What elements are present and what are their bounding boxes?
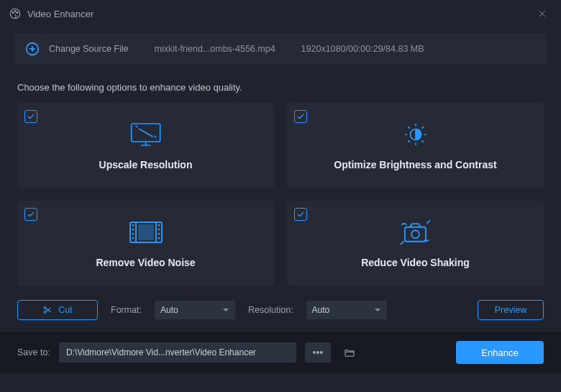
card-label: Reduce Video Shaking <box>361 257 470 268</box>
open-folder-button[interactable] <box>339 342 360 363</box>
enhance-button[interactable]: Enhance <box>456 341 544 364</box>
source-filename: mixkit-friend...ombs-4556.mp4 <box>154 44 275 54</box>
options-grid: Upscale Resolution Optimize Brightness a… <box>0 103 561 286</box>
resolution-select[interactable]: Auto <box>306 301 387 319</box>
svg-rect-8 <box>139 225 153 240</box>
monitor-upscale-icon <box>127 120 165 149</box>
hint-text: Choose the following options to enhance … <box>0 65 561 103</box>
resolution-label: Resolution: <box>248 305 293 315</box>
checkbox-shaking[interactable] <box>294 208 307 221</box>
close-button[interactable] <box>532 4 552 24</box>
scissors-icon <box>42 305 53 315</box>
resolution-value: Auto <box>312 305 330 315</box>
camera-shake-icon <box>397 218 434 247</box>
palette-icon <box>9 7 22 20</box>
svg-rect-9 <box>405 227 426 242</box>
card-upscale-resolution[interactable]: Upscale Resolution <box>17 103 274 188</box>
cut-button[interactable]: Cut <box>17 300 98 320</box>
brightness-icon <box>401 120 430 149</box>
checkbox-noise[interactable] <box>24 208 37 221</box>
folder-open-icon <box>344 347 355 358</box>
checkbox-upscale[interactable] <box>24 110 37 123</box>
checkbox-brightness[interactable] <box>294 110 307 123</box>
svg-point-1 <box>12 12 14 14</box>
film-noise-icon <box>126 218 166 247</box>
app-title: Video Enhancer <box>27 9 94 19</box>
svg-point-2 <box>14 11 16 12</box>
svg-point-3 <box>17 12 18 14</box>
source-row: Change Source File mixkit-friend...ombs-… <box>14 33 547 65</box>
change-source-button[interactable]: Change Source File <box>49 44 128 54</box>
titlebar: Video Enhancer <box>0 0 561 27</box>
save-to-label: Save to: <box>17 347 50 357</box>
card-label: Upscale Resolution <box>99 159 193 170</box>
format-value: Auto <box>160 305 178 315</box>
cut-label: Cut <box>58 305 72 315</box>
chevron-down-icon <box>222 306 229 314</box>
card-label: Optimize Brightness and Contrast <box>334 159 496 170</box>
card-label: Remove Video Noise <box>96 257 195 268</box>
format-label: Format: <box>111 305 142 315</box>
controls-row: Cut Format: Auto Resolution: Auto Previe… <box>0 286 561 332</box>
footer: Save to: ••• Enhance <box>0 332 561 373</box>
preview-button[interactable]: Preview <box>478 300 544 320</box>
card-optimize-brightness[interactable]: Optimize Brightness and Contrast <box>287 103 544 188</box>
source-meta: 1920x1080/00:00:29/84.83 MB <box>301 44 424 54</box>
chevron-down-icon <box>374 306 381 314</box>
save-path-input[interactable] <box>59 342 296 363</box>
svg-point-10 <box>411 230 419 238</box>
card-remove-noise[interactable]: Remove Video Noise <box>17 201 274 286</box>
add-icon[interactable] <box>24 41 40 57</box>
format-select[interactable]: Auto <box>155 301 235 319</box>
more-button[interactable]: ••• <box>305 342 331 363</box>
card-reduce-shaking[interactable]: Reduce Video Shaking <box>287 201 544 286</box>
